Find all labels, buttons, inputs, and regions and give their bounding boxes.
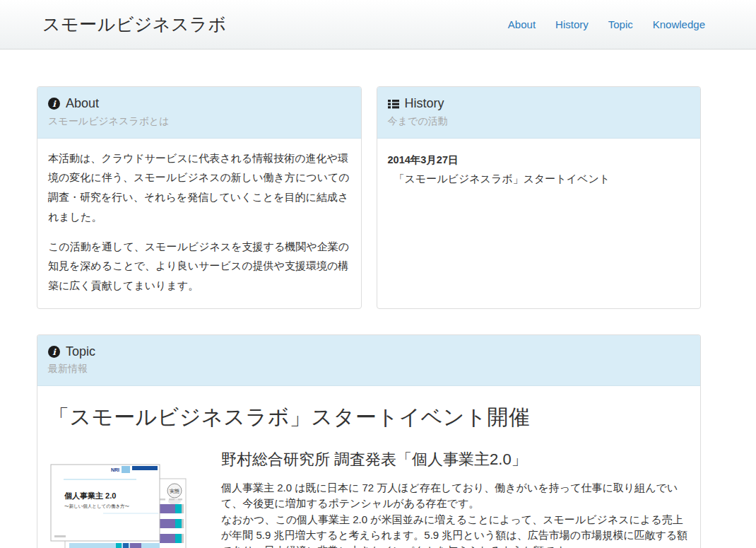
- main-nav: About History Topic Knowledge: [498, 11, 715, 37]
- topic-panel-title-row: Topic: [48, 344, 690, 360]
- topic-panel-subtitle: 最新情報: [48, 363, 690, 375]
- nav-link-topic[interactable]: Topic: [598, 11, 643, 37]
- article-thumbnail[interactable]: 実態: [48, 449, 200, 548]
- thumb-front-slide: NRI 個人事業主 2.0 〜新しい個人としての働き方〜: [51, 465, 160, 541]
- history-entry-date: 2014年3月27日: [388, 153, 690, 167]
- about-panel-subtitle: スモールビジネスラボとは: [48, 115, 350, 128]
- history-panel-subtitle: 今までの活動: [388, 115, 690, 128]
- about-panel: About スモールビジネスラボとは 本活動は、クラウドサービスに代表される情報…: [37, 86, 362, 309]
- topic-panel: Topic 最新情報 「スモールビジネスラボ」スタートイベント開催 実態: [37, 334, 701, 548]
- article-paragraph-2: なおかつ、この個人事業主 2.0 が米国並みに増えることによって、スモールビジネ…: [221, 512, 690, 548]
- history-entry: 2014年3月27日 「スモールビジネスラボ」スタートイベント: [388, 153, 690, 186]
- about-panel-title: About: [66, 96, 99, 112]
- main-content: About スモールビジネスラボとは 本活動は、クラウドサービスに代表される情報…: [37, 86, 701, 548]
- about-panel-heading: About スモールビジネスラボとは: [37, 87, 361, 139]
- topic-panel-title: Topic: [66, 344, 95, 360]
- history-entry-event: 「スモールビジネスラボ」スタートイベント: [394, 173, 690, 186]
- nav-link-about[interactable]: About: [498, 11, 545, 37]
- th-list-icon: [388, 99, 399, 109]
- about-panel-title-row: About: [48, 96, 350, 112]
- history-panel-body: 2014年3月27日 「スモールビジネスラボ」スタートイベント: [377, 139, 701, 203]
- history-panel-title-row: History: [388, 96, 690, 112]
- thumb-logo: NRI: [111, 467, 119, 472]
- brand-link[interactable]: スモールビジネスラボ: [42, 13, 226, 36]
- thumb-slide-subtitle: 〜新しい個人としての働き方〜: [64, 503, 130, 509]
- about-panel-body: 本活動は、クラウドサービスに代表される情報技術の進化や環境の変化に伴う、スモール…: [37, 139, 361, 308]
- article-body: 野村総合研究所 調査発表「個人事業主2.0」 個人事業主 2.0 は既に日本に …: [221, 449, 690, 548]
- nav-link-history[interactable]: History: [545, 11, 598, 37]
- thumb-slide-title: 個人事業主 2.0: [64, 491, 116, 501]
- info-icon: [48, 98, 60, 110]
- topic-panel-heading: Topic 最新情報: [37, 335, 700, 387]
- article-paragraph-1: 個人事業主 2.0 は既に日本に 72 万人ほど存在しており、働きがいを持って仕…: [221, 480, 690, 511]
- article-subheading: 野村総合研究所 調査発表「個人事業主2.0」: [221, 449, 690, 470]
- slides-thumbnail-graphic: 実態: [48, 449, 200, 548]
- info-icon: [48, 346, 60, 358]
- about-paragraph-2: この活動を通して、スモールビジネスを支援する機関や企業の知見を深めることで、より…: [48, 237, 350, 296]
- nav-link-knowledge[interactable]: Knowledge: [643, 11, 715, 37]
- top-row: About スモールビジネスラボとは 本活動は、クラウドサービスに代表される情報…: [37, 86, 701, 309]
- topic-panel-body: 「スモールビジネスラボ」スタートイベント開催 実態: [37, 386, 700, 548]
- history-panel: History 今までの活動 2014年3月27日 「スモールビジネスラボ」スタ…: [377, 86, 702, 309]
- history-panel-heading: History 今までの活動: [377, 87, 701, 139]
- article-media: 実態: [48, 449, 690, 548]
- about-paragraph-1: 本活動は、クラウドサービスに代表される情報技術の進化や環境の変化に伴う、スモール…: [48, 148, 350, 227]
- thumb-badge: 実態: [170, 489, 179, 494]
- history-panel-title: History: [405, 96, 444, 112]
- navbar: スモールビジネスラボ About History Topic Knowledge: [0, 0, 756, 49]
- article-headline: 「スモールビジネスラボ」スタートイベント開催: [48, 403, 690, 432]
